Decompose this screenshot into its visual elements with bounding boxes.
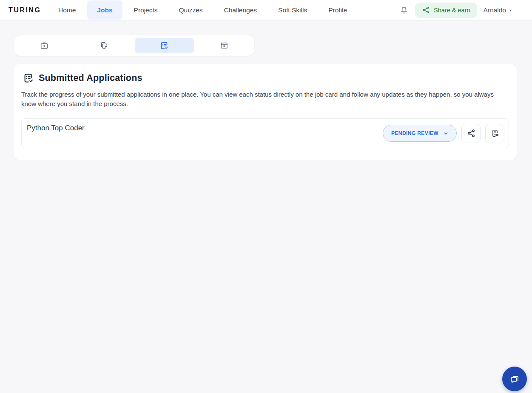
application-row: Python Top Coder PENDING REVIEW <box>21 118 509 148</box>
view-application-button[interactable] <box>485 124 504 143</box>
clipboard-list-check-icon <box>23 72 34 84</box>
chat-bubbles-icon <box>508 373 521 385</box>
bell-icon[interactable] <box>399 6 409 15</box>
nav-item-challenges[interactable]: Challenges <box>214 0 267 20</box>
nav-item-jobs[interactable]: Jobs <box>87 0 122 20</box>
turing-logo: TURING <box>9 0 41 20</box>
clipboard-list-check-icon <box>159 41 169 50</box>
page-description: Track the progress of your submitted app… <box>21 90 499 109</box>
copy-icon <box>100 41 109 50</box>
top-navbar: TURING Home Jobs Projects Quizzes Challe… <box>0 0 532 20</box>
share-application-button[interactable] <box>461 124 481 143</box>
caret-down-icon <box>508 8 513 13</box>
nav-item-projects[interactable]: Projects <box>124 0 168 20</box>
application-actions: PENDING REVIEW <box>383 124 504 143</box>
tab-archived-jobs[interactable] <box>194 35 254 56</box>
tab-submitted-applications[interactable] <box>134 35 194 56</box>
chat-widget-button[interactable] <box>502 367 527 391</box>
share-nodes-icon <box>467 129 476 138</box>
nav-item-home[interactable]: Home <box>48 0 85 20</box>
job-title: Python Top Coder <box>27 123 85 143</box>
chevron-down-icon <box>443 130 449 137</box>
share-earn-button[interactable]: Share & earn <box>415 3 477 18</box>
box-arrow-down-icon <box>219 41 229 50</box>
main-nav: Home Jobs Projects Quizzes Challenges So… <box>48 0 357 20</box>
briefcase-plus-icon <box>40 41 49 50</box>
jobs-tabstrip <box>14 35 255 56</box>
status-badge: PENDING REVIEW <box>391 130 438 136</box>
nav-item-soft-skills[interactable]: Soft Skills <box>268 0 317 20</box>
page-title: Submitted Applications <box>39 73 142 83</box>
nav-item-quizzes[interactable]: Quizzes <box>169 0 213 20</box>
status-dropdown-button[interactable]: PENDING REVIEW <box>383 125 457 142</box>
tab-job-search[interactable] <box>14 35 74 56</box>
user-menu[interactable]: Arnaldo <box>484 6 513 14</box>
document-eye-icon <box>490 129 500 138</box>
header-right-cluster: Share & earn Arnaldo <box>399 0 513 20</box>
share-nodes-icon <box>422 6 430 14</box>
submitted-applications-card: Submitted Applications Track the progres… <box>14 64 517 161</box>
card-header: Submitted Applications <box>23 72 509 84</box>
tab-copied-jobs[interactable] <box>74 35 134 56</box>
share-earn-label: Share & earn <box>434 7 470 14</box>
user-name: Arnaldo <box>484 6 506 14</box>
nav-item-profile[interactable]: Profile <box>319 0 357 20</box>
